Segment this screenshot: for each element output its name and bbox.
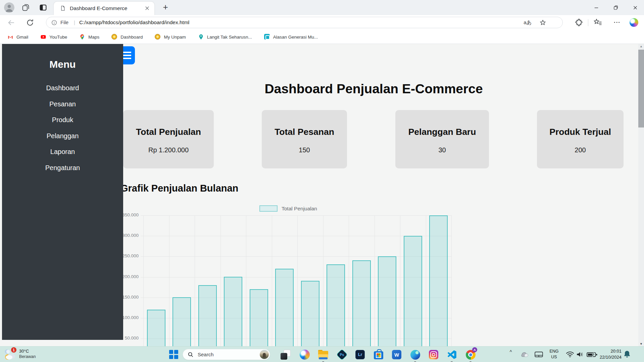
legend-swatch[interactable] [259,205,278,212]
window-minimize-button[interactable] [589,0,604,15]
scrollbar-down-icon[interactable]: ▼ [638,342,644,346]
chart-gridline [297,215,298,346]
sidebar-title: Menu [2,59,123,70]
tray-clock[interactable]: 20:01 22/10/2024 [600,348,622,360]
microsoft-store-icon[interactable] [372,348,385,361]
weather-condition[interactable]: Berawan [19,354,36,359]
chart-bar [275,269,294,346]
langit-bookmark-icon [198,34,204,40]
sidebar-item-pengaturan[interactable]: Pengaturan [2,160,123,176]
refresh-icon[interactable] [26,18,34,27]
add-favorite-star-icon[interactable] [539,19,546,26]
app-badge: A [472,347,477,352]
settings-more-icon[interactable]: ··· [613,18,622,27]
chart-bar [147,310,165,346]
bookmark-item[interactable]: Langit Tak Seharusn... [198,34,252,40]
edge-icon[interactable] [408,348,422,361]
chart-gridline [246,215,246,346]
notifications-bell-icon[interactable] [623,350,631,358]
extensions-icon[interactable] [575,18,583,27]
tray-chevron-icon[interactable]: ^ [507,349,514,355]
bookmark-item[interactable]: Maps [79,34,99,40]
bookmark-label: Langit Tak Seharusn... [207,35,252,40]
page-info-icon[interactable] [51,19,57,26]
lightroom-icon[interactable]: Lr [353,348,367,361]
chart-bar [327,264,345,346]
bookmark-item[interactable]: Dashboard [111,34,143,40]
task-view-icon[interactable] [279,348,292,361]
bookmark-label: My Unpam [164,35,186,40]
translate-icon[interactable]: aあ [524,17,532,28]
onedrive-cloud-icon[interactable] [520,351,529,358]
youtube-icon [40,34,46,40]
vscode-icon[interactable] [445,348,458,361]
scrollbar-thumb[interactable] [638,50,644,127]
scrollbar-up-icon[interactable]: ▲ [638,45,644,48]
chrome-icon[interactable]: A [464,348,477,361]
chart-bar [198,285,217,346]
tray-time: 20:01 [600,348,622,354]
legend-label[interactable]: Total Penjualan [282,205,317,212]
sidebar-item-produk[interactable]: Produk [2,112,123,128]
bookmark-label: YouTube [49,35,67,40]
address-url[interactable]: C:/xampp/htdocs/portfolio/dashboard/inde… [79,17,189,28]
bookmark-item[interactable]: Alasan Generasi Mu... [264,34,318,40]
window-restore-button[interactable] [608,0,624,15]
weather-alert-badge: 1 [11,347,16,353]
tab-actions-icon[interactable] [39,3,47,12]
bookmark-item[interactable]: Gmail [7,34,28,40]
my-unpam-bookmark-icon [155,34,161,40]
chart-gridline [195,215,195,346]
chart-gridline [143,215,144,346]
copilot-icon[interactable] [298,348,311,361]
battery-charging-icon[interactable] [587,352,597,357]
address-bar[interactable]: File | C:/xampp/htdocs/portfolio/dashboa… [46,17,563,28]
chart-gridline [375,215,375,346]
window-close-button[interactable] [628,0,643,15]
sidebar-item-pelanggan[interactable]: Pelanggan [2,128,123,144]
new-tab-button[interactable]: + [160,0,170,15]
file-explorer-icon[interactable] [316,348,330,361]
taskbar-search-input[interactable]: Search [183,349,270,360]
bookmark-item[interactable]: YouTube [40,34,67,40]
wifi-icon[interactable] [566,351,574,358]
photoshop-express-icon[interactable]: Ps [335,348,349,361]
copilot-icon[interactable] [630,18,638,27]
sidebar-item-laporan[interactable]: Laporan [2,144,123,160]
favorites-list-icon[interactable] [593,18,602,27]
stat-card-title: Total Penjualan [123,127,214,137]
browser-tab-strip: Dashboard E-Commerce + [0,0,644,15]
touchpad-icon[interactable] [534,351,543,358]
language-indicator[interactable]: ENG US [547,349,561,360]
maps-icon [79,34,85,40]
search-icon [188,352,194,358]
instagram-icon[interactable] [427,348,440,361]
profile-avatar[interactable] [4,2,14,13]
stat-card-title: Pelanggan Baru [395,127,489,137]
chart-gridline [272,215,272,346]
search-placeholder: Search [198,349,214,360]
bing-daily-image[interactable] [260,350,269,359]
bookmark-label: Gmail [16,35,28,40]
tab-close-icon[interactable] [144,5,150,11]
stat-card: Produk Terjual200 [537,110,624,168]
sidebar-item-dashboard[interactable]: Dashboard [2,80,123,96]
volume-icon[interactable] [576,351,584,358]
word-icon[interactable]: W [390,348,403,361]
workspaces-icon[interactable] [21,3,30,12]
sidebar-item-pesanan[interactable]: Pesanan [2,96,123,112]
language-code: ENG [547,349,561,354]
windows-start-icon[interactable] [169,350,178,359]
page-scrollbar[interactable]: ▲ ▼ [638,44,644,346]
toolbar-divider [588,19,588,26]
dashboard-bookmark-icon [111,34,117,40]
weather-temperature[interactable]: 30°C [19,349,29,354]
bookmark-label: Alasan Generasi Mu... [273,35,318,40]
back-icon[interactable] [7,18,15,27]
alasan-bookmark-icon [264,34,270,40]
bookmark-item[interactable]: My Unpam [155,34,186,40]
chart-bar [172,297,191,346]
sidebar-menu: Menu DashboardPesananProdukPelangganLapo… [2,44,123,340]
browser-tab[interactable]: Dashboard E-Commerce [54,2,154,15]
chart-gridline [169,215,169,346]
